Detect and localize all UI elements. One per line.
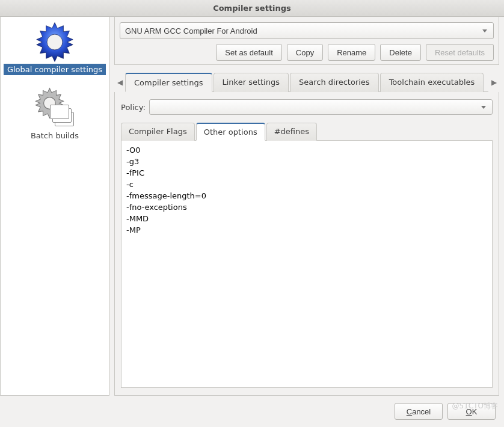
- cancel-rest: ancel: [412, 407, 431, 416]
- main-tabs: Compiler settings Linker settings Search…: [125, 72, 488, 92]
- sidebar-item-batch-builds[interactable]: Batch builds: [1, 79, 109, 145]
- rename-button[interactable]: Rename: [328, 44, 375, 61]
- category-sidebar: Global compiler settings Batch builds: [0, 17, 109, 396]
- tabs-scroll-left[interactable]: ◀: [114, 73, 125, 91]
- window-title: Compiler settings: [213, 4, 291, 13]
- tab-search-directories[interactable]: Search directories: [290, 73, 379, 92]
- window-titlebar: Compiler settings: [0, 0, 504, 17]
- compiler-top-panel: GNU ARM GCC Compiler For Android Set as …: [114, 17, 499, 65]
- ok-button[interactable]: OK: [447, 403, 496, 420]
- tab-compiler-settings[interactable]: Compiler settings: [125, 73, 212, 92]
- tab-linker-settings[interactable]: Linker settings: [214, 73, 289, 92]
- delete-button[interactable]: Delete: [380, 44, 421, 61]
- compiler-select[interactable]: GNU ARM GCC Compiler For Android: [120, 22, 494, 39]
- policy-select[interactable]: [149, 99, 493, 115]
- batch-icon: [33, 87, 76, 130]
- tab-toolchain-executables[interactable]: Toolchain executables: [380, 73, 484, 92]
- cancel-button[interactable]: Cancel: [395, 403, 443, 420]
- gear-icon: [1, 20, 109, 64]
- tabs-scroll-right[interactable]: ▶: [488, 73, 499, 91]
- tab-content: Policy: Compiler Flags Other options #de…: [114, 92, 499, 396]
- subtab-other-options[interactable]: Other options: [196, 123, 265, 141]
- svg-point-0: [47, 34, 63, 50]
- dialog-footer: Cancel OK: [0, 396, 504, 427]
- compiler-select-value: GNU ARM GCC Compiler For Android: [125, 26, 257, 35]
- sidebar-label-batch: Batch builds: [27, 130, 82, 141]
- ok-rest: K: [472, 407, 478, 416]
- reset-defaults-button[interactable]: Reset defaults: [426, 44, 494, 61]
- sidebar-item-global-compiler[interactable]: Global compiler settings: [1, 19, 109, 79]
- other-options-textarea[interactable]: [121, 141, 493, 388]
- copy-button[interactable]: Copy: [287, 44, 323, 61]
- subtab-defines[interactable]: #defines: [266, 123, 317, 141]
- set-default-button[interactable]: Set as default: [216, 44, 282, 61]
- policy-label: Policy:: [121, 103, 146, 112]
- sidebar-label-global: Global compiler settings: [4, 64, 106, 75]
- sub-tabs: Compiler Flags Other options #defines: [121, 122, 493, 141]
- subtab-compiler-flags[interactable]: Compiler Flags: [121, 123, 195, 141]
